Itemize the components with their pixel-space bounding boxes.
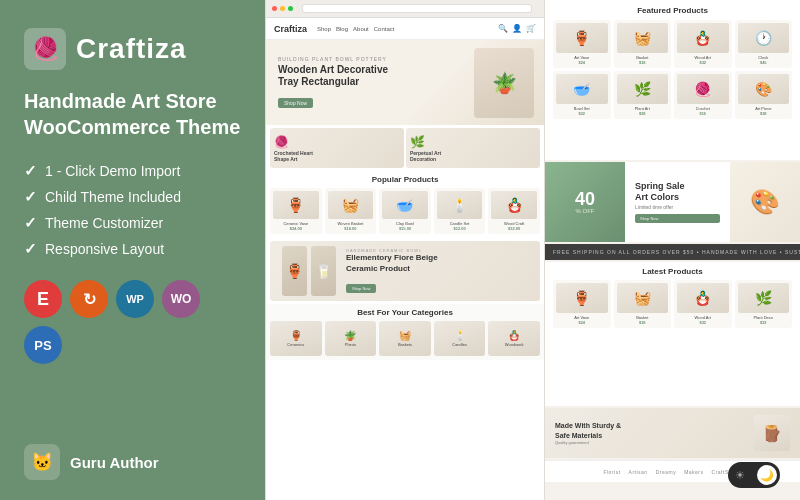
promo-img-emoji: 🎨 (750, 188, 780, 216)
product-card-1[interactable]: 🏺 Ceramic Vase $24.00 (270, 188, 322, 234)
popular-section-title: Popular Products (270, 175, 540, 184)
badge-woocommerce[interactable]: WO (162, 280, 200, 318)
latest-card-2[interactable]: 🧺 Basket $18 (614, 280, 672, 328)
footer-logo-3: Dreamy (656, 469, 677, 475)
popular-products-section: Popular Products 🏺 Ceramic Vase $24.00 🧺… (266, 171, 544, 238)
cat-card-5[interactable]: 🪆Woodwork (488, 321, 540, 356)
product-img-4: 🕯️ (437, 191, 483, 219)
featured-card-8[interactable]: 🎨 Art Piece $38 (735, 71, 793, 119)
product-img-1: 🏺 (273, 191, 319, 219)
hero-title: Wooden Art Decorative Tray Rectangular (278, 64, 388, 88)
categories-grid: 🏺Ceramics 🪴Plants 🧺Baskets 🕯️Candles 🪆Wo… (270, 321, 540, 356)
latest-card-1[interactable]: 🏺 Art Vase $24 (553, 280, 611, 328)
badge-elementor[interactable]: E (24, 280, 62, 318)
featured-img-2: 🧺 (617, 23, 669, 53)
cat-card-4[interactable]: 🕯️Candles (434, 321, 486, 356)
nav-item-contact[interactable]: Contact (374, 26, 395, 32)
marquee-text: FREE SHIPPING ON ALL ORDERS OVER $50 • H… (553, 249, 800, 255)
featured-card-6[interactable]: 🌿 Plant Art $28 (614, 71, 672, 119)
bottom-promo-text: Made With Sturdy & Safe Materials Qualit… (555, 421, 746, 444)
browser-url-bar[interactable] (302, 4, 532, 13)
featured-img-8: 🎨 (738, 74, 790, 104)
sub-banner-2[interactable]: 🌿 Perpetual Art Decoration (406, 128, 540, 168)
author-label: Guru Author (70, 454, 159, 471)
promo-right-image: 🎨 (730, 162, 800, 242)
categories-section: Best For Your Categories 🏺Ceramics 🪴Plan… (266, 304, 544, 360)
promo-title: Ellementory Fiore Beige Ceramic Product (346, 253, 528, 274)
latest-card-4[interactable]: 🌿 Plant Deco $22 (735, 280, 793, 328)
search-icon[interactable]: 🔍 (498, 24, 508, 33)
brand-logo: 🧶 Craftiza (24, 28, 241, 70)
product-price-2: $18.00 (344, 226, 356, 231)
promo-right-cta[interactable]: Shop Now (635, 214, 720, 223)
badge-revolution[interactable]: ↻ (70, 280, 108, 318)
cat-card-2[interactable]: 🪴Plants (325, 321, 377, 356)
featured-card-1[interactable]: 🏺 Art Vase $24 (553, 20, 611, 68)
product-card-5[interactable]: 🪆 Wood Craft $32.00 (488, 188, 540, 234)
featured-price-6: $28 (639, 111, 646, 116)
hero-text-block: BUILDING PLANT BOWL POTTERY Wooden Art D… (278, 56, 388, 109)
product-card-3[interactable]: 🥣 Clay Bowl $15.00 (379, 188, 431, 234)
featured-price-3: $32 (699, 60, 706, 65)
sub-banner-title-2: Perpetual Art Decoration (410, 150, 441, 162)
check-icon-2: ✓ (24, 188, 37, 206)
latest-card-3[interactable]: 🪆 Wood Art $32 (674, 280, 732, 328)
featured-products-section: Featured Products 🏺 Art Vase $24 🧺 Baske… (545, 0, 800, 160)
nav-items: Shop Blog About Contact (317, 26, 394, 32)
badge-wordpress[interactable]: WP (116, 280, 154, 318)
featured-grid: 🏺 Art Vase $24 🧺 Basket $18 🪆 Wood Art $… (553, 20, 792, 119)
browser-bar (266, 0, 544, 18)
product-card-2[interactable]: 🧺 Woven Basket $18.00 (325, 188, 377, 234)
bottom-promo-emoji: 🪵 (762, 424, 782, 443)
check-icon-3: ✓ (24, 214, 37, 232)
product-card-4[interactable]: 🕯️ Candle Set $12.00 (434, 188, 486, 234)
latest-grid: 🏺 Art Vase $24 🧺 Basket $18 🪆 Wood Art $… (553, 280, 792, 328)
featured-card-4[interactable]: 🕐 Clock $45 (735, 20, 793, 68)
feature-item-2: ✓ Child Theme Included (24, 188, 241, 206)
product-img-5: 🪆 (491, 191, 537, 219)
sub-banner-1[interactable]: 🧶 Crocheted Heart Shape Art (270, 128, 404, 168)
bottom-promo-sub: Quality guaranteed (555, 440, 746, 445)
hero-image: 🪴 (474, 48, 534, 118)
featured-img-4: 🕐 (738, 23, 790, 53)
browser-dot-min (280, 6, 285, 11)
latest-price-4: $22 (760, 320, 767, 325)
featured-img-3: 🪆 (677, 23, 729, 53)
cat-card-1[interactable]: 🏺Ceramics (270, 321, 322, 356)
promo-right-text: Spring Sale Art Colors Limited time offe… (625, 162, 730, 242)
featured-card-3[interactable]: 🪆 Wood Art $32 (674, 20, 732, 68)
left-panel: 🧶 Craftiza Handmade Art Store WooCommerc… (0, 0, 265, 500)
feature-item-3: ✓ Theme Customizer (24, 214, 241, 232)
account-icon[interactable]: 👤 (512, 24, 522, 33)
nav-item-about[interactable]: About (353, 26, 369, 32)
sub-banner-img-1: 🧶 (274, 135, 289, 149)
hero-cta-button[interactable]: Shop Now (278, 98, 313, 108)
feature-label-3: Theme Customizer (45, 215, 163, 231)
featured-price-5: $22 (578, 111, 585, 116)
categories-title: Best For Your Categories (270, 308, 540, 317)
site-hero: BUILDING PLANT BOWL POTTERY Wooden Art D… (266, 40, 544, 125)
badge-photoshop[interactable]: PS (24, 326, 62, 364)
feature-label-4: Responsive Layout (45, 241, 164, 257)
featured-img-6: 🌿 (617, 74, 669, 104)
promo-cta-button[interactable]: Shop Now (346, 284, 376, 293)
check-icon-4: ✓ (24, 240, 37, 258)
featured-card-5[interactable]: 🥣 Bowl Set $22 (553, 71, 611, 119)
cart-icon[interactable]: 🛒 (526, 24, 536, 33)
nav-item-blog[interactable]: Blog (336, 26, 348, 32)
site-mockup: Craftiza Shop Blog About Contact 🔍 👤 🛒 B… (265, 0, 545, 500)
sub-banner-img-2: 🌿 (410, 135, 425, 149)
marquee-bar: FREE SHIPPING ON ALL ORDERS OVER $50 • H… (545, 244, 800, 260)
nav-icons-right: 🔍 👤 🛒 (498, 24, 536, 33)
feature-item-4: ✓ Responsive Layout (24, 240, 241, 258)
nav-logo: Craftiza (274, 24, 307, 34)
featured-card-7[interactable]: 🧶 Crochet $16 (674, 71, 732, 119)
dark-mode-toggle[interactable]: ☀ 🌙 (728, 462, 780, 488)
footer-logo-2: Artisan (629, 469, 648, 475)
feature-label-1: 1 - Click Demo Import (45, 163, 180, 179)
cat-card-3[interactable]: 🧺Baskets (379, 321, 431, 356)
nav-item-shop[interactable]: Shop (317, 26, 331, 32)
featured-card-2[interactable]: 🧺 Basket $18 (614, 20, 672, 68)
hero-img-emoji: 🪴 (492, 71, 517, 95)
featured-img-1: 🏺 (556, 23, 608, 53)
